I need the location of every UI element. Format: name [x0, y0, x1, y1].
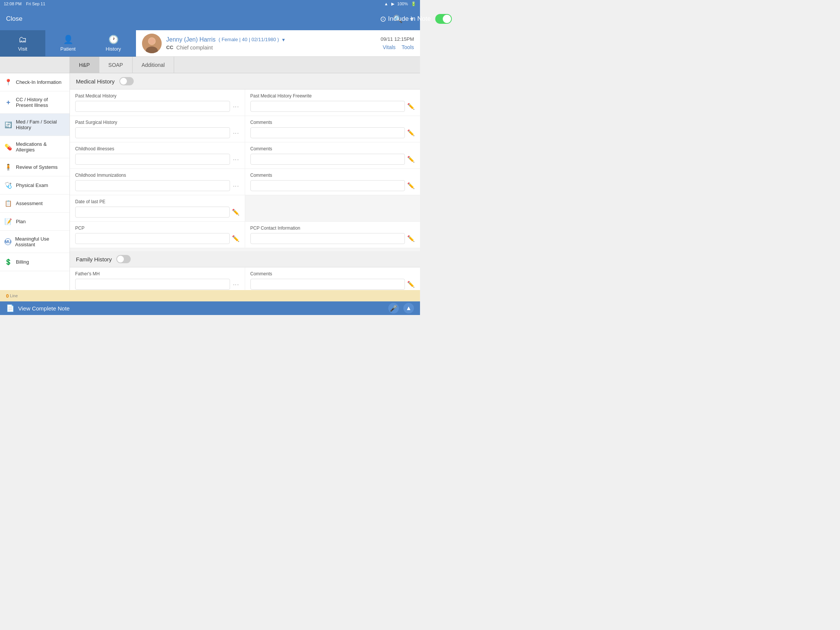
sidebar-item-med-fam[interactable]: 🔄 Med / Fam / Social History	[0, 114, 69, 136]
family-history-header: Family History	[70, 251, 420, 267]
pcp-input[interactable]	[75, 233, 230, 244]
pcp-contact-edit-icon[interactable]: ✏️	[407, 235, 415, 242]
past-surgical-dots[interactable]: ⋮	[232, 130, 240, 135]
childhood-ill-dots[interactable]: ⋮	[232, 157, 240, 162]
sidebar-item-physical-label: Physical Exam	[16, 182, 48, 188]
form-cell-pcp: PCP ✏️	[70, 222, 245, 248]
demographics-dropdown-icon[interactable]: ▾	[282, 36, 285, 43]
comments-imm-input[interactable]	[250, 180, 405, 191]
medical-history-grid: Past Medical History ⋮ Past Medical Hist…	[70, 90, 420, 248]
cc-label: CC	[166, 44, 174, 50]
cc-input[interactable]	[176, 44, 381, 51]
footer-line: 0 Line	[0, 290, 420, 302]
nav-tab-patient-label: Patient	[60, 46, 76, 52]
family-history-title: Family History	[76, 256, 112, 262]
comments-childhood-input[interactable]	[250, 154, 405, 165]
scroll-up-button[interactable]: ▲	[403, 303, 414, 314]
checkin-icon: 📍	[5, 79, 12, 86]
comments-childhood-edit-icon[interactable]: ✏️	[407, 156, 415, 163]
tools-link[interactable]: Tools	[401, 44, 414, 50]
signal-icon: ▶	[391, 2, 394, 6]
sidebar-item-med-fam-label: Med / Fam / Social History	[16, 119, 65, 130]
date-last-pe-input[interactable]	[75, 207, 230, 218]
microphone-button[interactable]: 🎤	[388, 303, 399, 314]
fathers-mh-dots[interactable]: ⋮	[232, 282, 240, 287]
status-bar: 12:08 PM Fri Sep 11 ▲ ▶ 100% 🔋	[0, 0, 420, 8]
comments-imm-label: Comments	[250, 173, 415, 178]
comments-father-label: Comments	[250, 271, 415, 276]
nav-tabs: 🗂 Visit 👤 Patient 🕐 History Jenny (Jen) …	[0, 30, 420, 57]
sidebar-item-assessment-label: Assessment	[16, 201, 43, 206]
past-medical-input[interactable]	[75, 101, 230, 112]
comments-father-input[interactable]	[250, 279, 405, 290]
childhood-ill-input[interactable]	[75, 154, 230, 165]
sidebar-item-plan[interactable]: 📝 Plan	[0, 213, 69, 231]
assessment-icon: 📋	[5, 200, 12, 207]
form-cell-date-last-pe: Date of last PE ✏️	[70, 195, 245, 222]
nav-tab-history[interactable]: 🕐 History	[91, 30, 136, 56]
patient-datetime: 09/11 12:15PM	[381, 36, 414, 42]
patient-info: Jenny (Jen) Harris ( Female | 40 | 02/11…	[166, 36, 381, 51]
content-area: Medical History Past Medical History ⋮ P…	[70, 73, 420, 290]
form-cell-comments-childhood: Comments ✏️	[245, 142, 420, 169]
patient-icon: 👤	[63, 35, 73, 44]
document-icon: 📄	[6, 304, 14, 313]
include-in-note-label: Include in Note	[388, 15, 420, 23]
more-icon[interactable]: ⊙	[380, 14, 386, 24]
past-medical-fw-input[interactable]	[250, 101, 405, 112]
comments-surgical-input[interactable]	[250, 127, 405, 138]
nav-tab-patient[interactable]: 👤 Patient	[45, 30, 91, 56]
pcp-contact-input[interactable]	[250, 233, 405, 244]
past-medical-fw-edit-icon[interactable]: ✏️	[407, 103, 415, 110]
medical-history-section: Medical History Past Medical History ⋮ P…	[70, 73, 420, 248]
sidebar-item-checkin[interactable]: 📍 Check-In Information	[0, 73, 69, 92]
sidebar-item-mu[interactable]: MU Meaningful Use Assistant	[0, 231, 69, 253]
billing-icon: 💲	[5, 258, 12, 265]
family-history-section: Family History Father's MH ⋮ Comments	[70, 251, 420, 290]
past-medical-label: Past Medical History	[75, 93, 240, 99]
fathers-mh-label: Father's MH	[75, 271, 240, 276]
physical-icon: 🩺	[5, 182, 12, 189]
nav-tab-visit[interactable]: 🗂 Visit	[0, 30, 45, 56]
comments-father-edit-icon[interactable]: ✏️	[407, 281, 415, 288]
sub-tab-hp[interactable]: H&P	[70, 57, 99, 73]
status-day: Fri Sep 11	[26, 2, 45, 6]
comments-imm-edit-icon[interactable]: ✏️	[407, 182, 415, 189]
bottom-bar[interactable]: 📄 View Complete Note 🎤 ▲	[0, 302, 420, 315]
pcp-edit-icon[interactable]: ✏️	[232, 235, 240, 242]
sidebar-item-checkin-label: Check-In Information	[16, 79, 62, 85]
view-complete-note-label: View Complete Note	[18, 305, 69, 312]
comments-surgical-edit-icon[interactable]: ✏️	[407, 129, 415, 136]
sidebar-item-physical[interactable]: 🩺 Physical Exam	[0, 176, 69, 194]
past-medical-dots[interactable]: ⋮	[232, 104, 240, 109]
nav-tab-visit-label: Visit	[18, 46, 27, 52]
visit-icon: 🗂	[19, 35, 27, 44]
sub-tab-additional[interactable]: Additional	[133, 57, 175, 73]
medical-history-toggle[interactable]	[119, 77, 134, 85]
form-cell-comments-surgical: Comments ✏️	[245, 116, 420, 142]
sidebar-item-assessment[interactable]: 📋 Assessment	[0, 194, 69, 213]
form-cell-past-medical-fw: Past Medical History Freewrite ✏️	[245, 90, 420, 116]
medical-history-header: Medical History	[70, 73, 420, 90]
form-cell-fathers-mh: Father's MH ⋮	[70, 267, 245, 290]
date-last-pe-edit-icon[interactable]: ✏️	[232, 208, 240, 216]
sub-tab-soap[interactable]: SOAP	[99, 57, 133, 73]
patient-avatar	[142, 34, 162, 53]
family-history-toggle[interactable]	[116, 255, 131, 263]
cc-hpi-icon: +	[5, 99, 12, 106]
sidebar-item-billing[interactable]: 💲 Billing	[0, 253, 69, 271]
childhood-imm-input[interactable]	[75, 180, 230, 191]
sidebar-item-medications[interactable]: 💊 Medications & Allergies	[0, 136, 69, 158]
sidebar-item-cc-hpi[interactable]: + CC / History of Present Illness	[0, 92, 69, 114]
childhood-imm-dots[interactable]: ⋮	[232, 183, 240, 188]
svg-point-3	[148, 38, 155, 44]
vitals-link[interactable]: Vitals	[383, 44, 395, 50]
past-surgical-input[interactable]	[75, 127, 230, 138]
sidebar: 📍 Check-In Information + CC / History of…	[0, 73, 70, 290]
close-button[interactable]: Close	[6, 15, 22, 23]
patient-header-right: 09/11 12:15PM Vitals Tools	[381, 36, 414, 50]
sidebar-item-ros[interactable]: 🧍 Review of Systems	[0, 158, 69, 176]
history-icon: 🕐	[108, 35, 118, 44]
form-cell-comments-father: Comments ✏️	[245, 267, 420, 290]
fathers-mh-input[interactable]	[75, 279, 230, 290]
